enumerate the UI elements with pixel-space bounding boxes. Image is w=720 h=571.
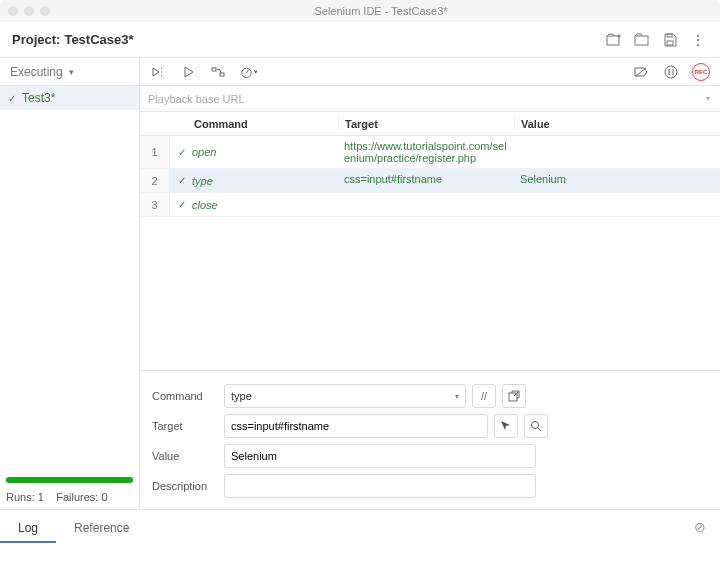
row-value [514,136,720,168]
value-input[interactable] [224,444,536,468]
run-current-icon[interactable] [180,63,198,81]
command-editor: Command type ▾ // Target [140,370,720,509]
description-input[interactable] [224,474,536,498]
base-url-input[interactable]: Playback base URL ▾ [140,86,720,112]
pause-on-exception-icon[interactable] [662,63,680,81]
close-window-icon[interactable] [8,6,18,16]
titlebar: Selenium IDE - TestCase3* [0,0,720,22]
check-icon: ✓ [178,147,186,158]
row-index: 2 [140,169,170,192]
chevron-down-icon: ▾ [455,392,459,401]
check-icon: ✓ [178,199,186,210]
row-target [338,193,514,216]
run-all-icon[interactable] [150,63,168,81]
chevron-down-icon: ▾ [254,68,258,76]
test-item-label: Test3* [22,91,55,105]
runs-value: 1 [38,491,44,503]
run-stats: Runs: 1 Failures: 0 [0,491,139,509]
command-select-value: type [231,390,252,402]
target-input[interactable] [224,414,488,438]
command-select[interactable]: type ▾ [224,384,466,408]
progress-bar [6,477,133,483]
row-value [514,193,720,216]
clear-log-icon[interactable]: ⊘ [694,519,706,535]
chevron-down-icon: ▾ [706,94,710,103]
col-target: Target [338,118,514,130]
new-project-icon[interactable] [604,30,624,50]
check-icon: ✓ [8,93,16,104]
maximize-window-icon[interactable] [40,6,50,16]
row-target: css=input#firstname [338,169,514,192]
col-value: Value [514,118,720,130]
row-index: 1 [140,136,170,168]
failures-value: 0 [101,491,107,503]
svg-rect-2 [667,41,673,45]
save-project-icon[interactable] [660,30,680,50]
bottom-bar: Log Reference ⊘ [0,509,720,543]
row-index: 3 [140,193,170,216]
open-new-window-button[interactable] [502,384,526,408]
svg-rect-0 [607,36,619,45]
content-pane: ▾ REC Playback base URL ▾ Command Target… [140,58,720,509]
col-command: Command [170,118,338,130]
editor-target-label: Target [152,420,224,432]
editor-command-label: Command [152,390,224,402]
project-bar: Project: TestCase3* ⋮ [0,22,720,58]
tab-log[interactable]: Log [0,515,56,543]
svg-rect-4 [212,68,216,71]
toolbar: ▾ REC [140,58,720,86]
step-over-icon[interactable] [210,63,228,81]
base-url-placeholder: Playback base URL [148,93,245,105]
find-target-button[interactable] [524,414,548,438]
chevron-down-icon: ▾ [69,67,74,77]
record-icon[interactable]: REC [692,63,710,81]
svg-rect-5 [220,73,224,76]
grid-row[interactable]: 2 ✓type css=input#firstname Selenium [140,169,720,193]
grid-row[interactable]: 3 ✓close [140,193,720,217]
disable-breakpoints-icon[interactable] [632,63,650,81]
svg-point-6 [242,68,251,77]
view-dropdown-label: Executing [10,65,63,79]
tab-reference[interactable]: Reference [56,515,147,543]
row-target: https://www.tutorialspoint.com/selenium/… [338,136,514,168]
row-command: open [192,146,216,158]
minimize-window-icon[interactable] [24,6,34,16]
view-dropdown[interactable]: Executing ▾ [0,58,139,86]
row-value: Selenium [514,169,720,192]
grid-header: Command Target Value [140,112,720,136]
sidebar: Executing ▾ ✓ Test3* Runs: 1 Failures: 0 [0,58,140,509]
test-item[interactable]: ✓ Test3* [0,86,139,110]
open-project-icon[interactable] [632,30,652,50]
grid-body: 1 ✓open https://www.tutorialspoint.com/s… [140,136,720,370]
window-controls [8,6,50,16]
editor-description-label: Description [152,480,224,492]
select-target-button[interactable] [494,414,518,438]
project-name: TestCase3* [64,32,133,47]
editor-value-label: Value [152,450,224,462]
window-title: Selenium IDE - TestCase3* [50,5,712,17]
toggle-enable-button[interactable]: // [472,384,496,408]
runs-label: Runs: [6,491,35,503]
failures-label: Failures: [56,491,98,503]
svg-rect-1 [635,36,648,45]
svg-rect-3 [667,34,672,37]
more-menu-icon[interactable]: ⋮ [688,30,708,50]
svg-point-7 [665,66,677,78]
row-command: close [192,199,218,211]
svg-point-9 [532,422,539,429]
row-command: type [192,175,213,187]
check-icon: ✓ [178,175,186,186]
grid-row[interactable]: 1 ✓open https://www.tutorialspoint.com/s… [140,136,720,169]
project-label: Project: [12,32,60,47]
speed-icon[interactable]: ▾ [240,63,258,81]
